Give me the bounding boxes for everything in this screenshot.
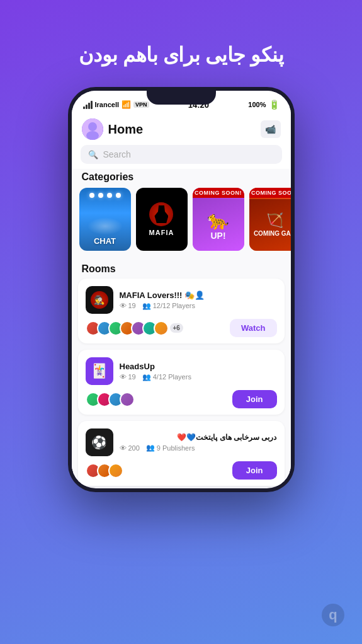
room-name-2: HeadsUp: [120, 362, 277, 371]
categories-title: Categories: [72, 169, 291, 188]
views-3: 👁 200: [120, 444, 140, 452]
mafia-silhouette: [154, 205, 168, 223]
search-placeholder-text: Search: [103, 149, 131, 159]
signal-icon: [83, 101, 93, 109]
room-bottom-2: Join: [86, 390, 277, 408]
eye-icon-2: 👁: [120, 373, 127, 381]
heads-icon-label: 🃏: [91, 363, 108, 379]
room-top-3: ⚽ دربی سرخابی های پایتخت💙❤️ 👁 200: [86, 428, 277, 456]
room-top-2: 🃏 HeadsUp 👁 19 👥: [86, 357, 277, 385]
battery-label: 100%: [248, 101, 266, 108]
view-count-2: 19: [128, 373, 136, 381]
join-button-3[interactable]: Join: [232, 461, 277, 480]
video-call-button[interactable]: 📹: [261, 120, 281, 138]
people-icon-2: 👥: [142, 373, 151, 381]
phone-wrapper: Irancell 📶 VPN 14:20 100% 🔋 Home: [68, 87, 295, 492]
vpn-badge: VPN: [133, 101, 149, 108]
mafia-icon-inner: 🕵️: [86, 286, 113, 314]
categories-row: CHAT MAFIA COMING SOON!: [72, 188, 291, 258]
mafia-icon-label: 🕵️: [94, 295, 105, 305]
game-label: COMING GAM: [252, 229, 291, 238]
category-chat[interactable]: CHAT: [79, 188, 131, 251]
views-1: 👁 19: [120, 302, 136, 309]
status-right: 100% 🔋: [248, 100, 279, 110]
people-icon-3: 👥: [146, 444, 155, 452]
player-count-3: 9 Publishers: [157, 444, 195, 452]
room-info-3: دربی سرخابی های پایتخت💙❤️ 👁 200 👥 9 Publ…: [120, 433, 277, 452]
eye-icon-3: 👁: [120, 444, 127, 452]
up-content: 🐆 UP!: [193, 199, 244, 251]
avatars-row-3: [86, 463, 120, 478]
mafia-icon-circle: 🕵️: [91, 291, 108, 309]
app-header-left: Home: [82, 118, 144, 140]
players-2: 👥 4/12 Players: [142, 373, 191, 381]
room-icon-1: 🕵️: [86, 286, 113, 314]
phone-inner: Irancell 📶 VPN 14:20 100% 🔋 Home: [72, 91, 291, 488]
mafia-circle: [149, 202, 173, 226]
room-bottom-3: Join: [86, 461, 277, 480]
category-game[interactable]: COMING SOON! 🏹 COMING GAM: [249, 188, 291, 251]
view-count-1: 19: [128, 302, 136, 309]
player-count-1: 12/12 Players: [153, 302, 195, 309]
room-stats-3: 👁 200 👥 9 Publishers: [120, 444, 277, 452]
mafia-label: MAFIA: [149, 229, 174, 236]
views-2: 👁 19: [120, 373, 136, 381]
room-name-3: دربی سرخابی های پایتخت💙❤️: [120, 433, 277, 442]
room-stats-1: 👁 19 👥 12/12 Players: [120, 302, 277, 310]
watermark: q: [322, 604, 344, 626]
wifi-icon: 📶: [122, 100, 131, 109]
up-label: UP!: [210, 231, 225, 241]
coming-soon-badge-1: COMING SOON!: [193, 188, 244, 198]
room-icon-3: ⚽: [86, 428, 113, 456]
status-left: Irancell 📶 VPN: [83, 100, 149, 109]
search-icon: 🔍: [88, 150, 98, 159]
user-avatar[interactable]: [82, 118, 103, 140]
heads-icon-inner: 🃏: [86, 357, 113, 385]
player-count-2: 4/12 Players: [153, 373, 191, 381]
sport-icon-inner: ⚽: [86, 428, 113, 456]
category-up[interactable]: COMING SOON! 🐆 UP!: [193, 188, 244, 251]
game-content: 🏹 COMING GAM: [249, 199, 291, 251]
video-icon: 📹: [265, 124, 276, 134]
room-card-1: 🕵️ MAFIA Lovers!!! 🎭👤 👁 19: [78, 279, 285, 343]
mini-avatar-7: [154, 321, 169, 336]
category-mafia[interactable]: MAFIA: [136, 188, 188, 251]
watermark-icon: q: [329, 607, 337, 623]
game-emoji: 🏹: [266, 212, 283, 229]
rooms-title: Rooms: [72, 258, 291, 279]
room-top-1: 🕵️ MAFIA Lovers!!! 🎭👤 👁 19: [86, 286, 277, 314]
header-text-wrapper: پنکو جایی برای باهم بودن: [0, 0, 362, 87]
app-tagline: پنکو جایی برای باهم بودن: [13, 43, 349, 67]
room-name-1: MAFIA Lovers!!! 🎭👤: [120, 290, 277, 300]
battery-icon: 🔋: [269, 100, 280, 110]
coming-soon-badge-2: COMING SOON!: [249, 188, 291, 198]
players-3: 👥 9 Publishers: [146, 444, 195, 452]
carrier-label: Irancell: [95, 101, 120, 108]
home-title: Home: [108, 122, 144, 137]
sport-icon-label: ⚽: [91, 435, 107, 450]
players-1: 👥 12/12 Players: [142, 302, 195, 310]
watch-button[interactable]: Watch: [230, 319, 277, 337]
mini-avatar-3-3: [108, 463, 123, 478]
up-emoji: 🐆: [207, 210, 229, 231]
mafia-content: MAFIA: [149, 188, 174, 251]
room-info-2: HeadsUp 👁 19 👥 4/12 Players: [120, 362, 277, 381]
app-content: Home 📹 🔍 Search Categories: [72, 112, 291, 486]
extra-avatars-1: +6: [170, 323, 183, 333]
room-stats-2: 👁 19 👥 4/12 Players: [120, 373, 277, 381]
search-bar[interactable]: 🔍 Search: [81, 145, 282, 164]
rooms-section: Rooms 🕵️ MAFIA Lovers!!! 🎭👤: [72, 258, 291, 486]
room-card-3: ⚽ دربی سرخابی های پایتخت💙❤️ 👁 200: [78, 421, 285, 486]
people-icon-1: 👥: [142, 302, 151, 310]
avatars-row-2: [86, 392, 131, 407]
chat-label: CHAT: [94, 236, 116, 246]
app-header: Home 📹: [72, 112, 291, 145]
mini-avatar-2-4: [120, 392, 135, 407]
eye-icon-1: 👁: [120, 302, 127, 309]
room-icon-2: 🃏: [86, 357, 113, 385]
categories-section: Categories CHAT: [72, 169, 291, 258]
chat-stage: [88, 217, 123, 235]
join-button-2[interactable]: Join: [232, 390, 277, 408]
avatars-row-1: +6: [86, 321, 183, 336]
chat-lights: [79, 193, 131, 198]
